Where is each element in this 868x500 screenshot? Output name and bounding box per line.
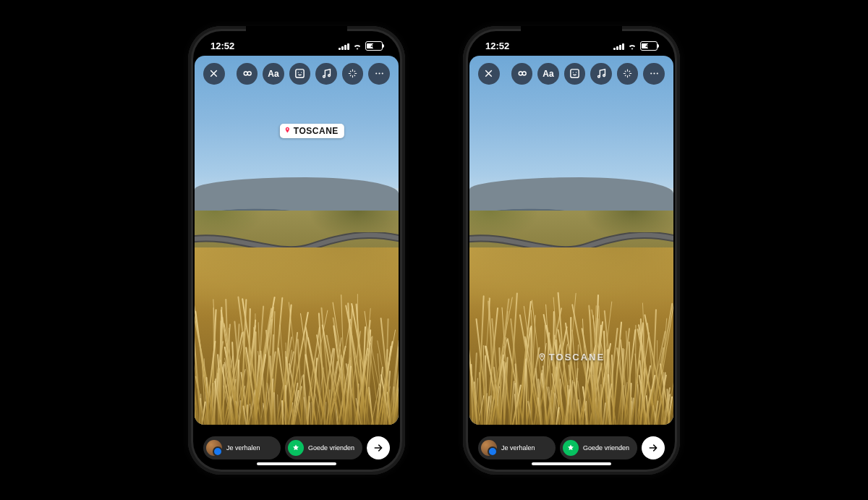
text-button[interactable]: Aa [537, 63, 559, 85]
avatar-icon [481, 440, 497, 456]
send-button[interactable] [367, 436, 390, 459]
svg-point-12 [597, 75, 600, 77]
send-button[interactable] [642, 436, 665, 459]
notch [521, 26, 622, 45]
close-icon [482, 67, 495, 80]
svg-point-11 [576, 72, 576, 72]
avatar-icon [206, 440, 222, 456]
svg-point-16 [656, 72, 658, 74]
share-bar: Je verhalen Goede vrienden [469, 436, 673, 459]
star-badge-icon [563, 440, 579, 456]
home-indicator[interactable] [257, 462, 336, 465]
bg-grass [195, 247, 399, 425]
more-icon [373, 67, 386, 80]
star-badge-icon [288, 440, 304, 456]
location-sticker-subtle[interactable]: TOSCANE [538, 352, 605, 363]
arrow-right-icon [647, 442, 659, 454]
status-time: 12:52 [210, 41, 234, 51]
infinity-icon [241, 67, 253, 80]
editor-toolbar: Aa [478, 63, 665, 85]
screen: 12:52 41 [195, 33, 399, 468]
your-story-button[interactable]: Je verhalen [203, 436, 281, 459]
story-canvas[interactable]: TOSCANE [195, 56, 399, 425]
status-time: 12:52 [485, 41, 509, 51]
boomerang-button[interactable] [237, 63, 258, 85]
location-sticker-classic[interactable]: TOSCANE [280, 124, 344, 138]
sticker-button[interactable] [289, 63, 311, 85]
svg-point-6 [378, 72, 380, 74]
sticker-icon [294, 67, 306, 80]
close-friends-label: Goede vrienden [308, 444, 354, 452]
bg-grass [469, 247, 673, 425]
sparkle-icon [346, 67, 359, 80]
editor-toolbar: Aa [203, 63, 390, 85]
svg-point-5 [375, 72, 377, 74]
effects-button[interactable] [342, 63, 364, 85]
share-bar: Je verhalen Goede vrienden [195, 436, 399, 459]
your-story-label: Je verhalen [226, 444, 260, 452]
screen: 12:52 41 [469, 33, 673, 468]
svg-point-14 [650, 72, 652, 74]
effects-button[interactable] [617, 63, 639, 85]
svg-point-10 [573, 72, 574, 72]
sticker-icon [569, 67, 581, 80]
location-sticker-label: TOSCANE [549, 352, 605, 363]
infinity-icon [516, 67, 528, 80]
text-button[interactable]: Aa [263, 63, 284, 85]
svg-point-7 [381, 72, 383, 74]
music-button[interactable] [590, 63, 612, 85]
battery-percent: 41 [641, 43, 657, 49]
pin-icon [538, 353, 546, 361]
location-sticker-label: TOSCANE [294, 126, 339, 136]
music-icon [595, 67, 608, 80]
arrow-right-icon [373, 442, 384, 454]
svg-rect-0 [296, 69, 304, 77]
your-story-label: Je verhalen [501, 444, 535, 452]
phone-mockup-right: 12:52 41 [463, 26, 680, 475]
comparison-stage: 12:52 41 [0, 0, 868, 500]
wifi-icon [352, 41, 362, 51]
status-right: 41 [613, 41, 658, 51]
pin-icon [284, 126, 291, 136]
story-canvas[interactable]: TOSCANE [469, 56, 673, 425]
phone-mockup-left: 12:52 41 [188, 26, 405, 475]
music-button[interactable] [315, 63, 337, 85]
svg-point-4 [328, 75, 330, 77]
status-right: 41 [339, 41, 383, 51]
svg-rect-9 [571, 69, 579, 77]
svg-point-15 [653, 72, 655, 74]
wifi-icon [627, 41, 637, 51]
more-button[interactable] [643, 63, 665, 85]
more-icon [648, 67, 660, 80]
close-friends-button[interactable]: Goede vrienden [285, 436, 362, 459]
music-icon [320, 67, 333, 80]
text-icon: Aa [268, 69, 278, 79]
boomerang-button[interactable] [511, 63, 533, 85]
close-friends-button[interactable]: Goede vrienden [560, 436, 637, 459]
svg-point-3 [323, 75, 325, 77]
home-indicator[interactable] [532, 462, 611, 465]
close-button[interactable] [478, 63, 500, 85]
more-button[interactable] [368, 63, 390, 85]
your-story-button[interactable]: Je verhalen [478, 436, 556, 459]
text-icon: Aa [542, 69, 553, 79]
battery-percent: 41 [366, 43, 382, 49]
svg-point-1 [298, 72, 299, 72]
close-icon [208, 67, 220, 80]
svg-point-13 [603, 75, 605, 77]
svg-point-8 [541, 355, 542, 357]
sticker-button[interactable] [564, 63, 586, 85]
close-friends-label: Goede vrienden [583, 444, 629, 452]
svg-point-2 [301, 72, 302, 72]
battery-icon: 41 [365, 41, 383, 51]
close-button[interactable] [203, 63, 225, 85]
sparkle-icon [621, 67, 634, 80]
battery-icon: 41 [640, 41, 658, 51]
notch [246, 26, 347, 45]
